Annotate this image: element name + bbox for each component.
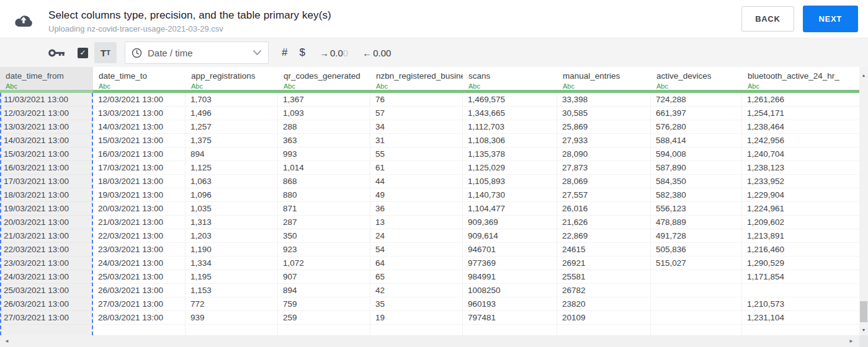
column-header-app_registrations[interactable]: app_registrationsAbc	[186, 67, 278, 93]
column-name: date_time_to	[99, 71, 183, 81]
column-type-badge: Abc	[284, 82, 368, 90]
table-cell: 1,108,306	[463, 134, 557, 147]
table-row: 11/03/2021 13:0012/03/2021 13:001,7031,3…	[0, 93, 860, 107]
table-cell: 42	[370, 284, 463, 297]
table-cell: 23/03/2021 13:00	[93, 243, 186, 257]
table-cell: 576,280	[651, 120, 742, 134]
column-enabled-checkbox[interactable]: ✓	[78, 48, 88, 58]
table-cell: 993	[278, 147, 370, 161]
column-header-date_time_from[interactable]: date_time_fromAbc	[0, 67, 93, 93]
table-cell: 724,288	[651, 93, 742, 107]
currency-format-button[interactable]: $	[299, 46, 305, 59]
table-cell: 34	[370, 120, 463, 134]
next-button[interactable]: NEXT	[803, 6, 858, 32]
table-cell: 478,889	[651, 216, 742, 229]
scroll-left-icon[interactable]: ◄	[2, 335, 11, 347]
table-cell: 977369	[463, 257, 557, 270]
table-cell: 1,313	[186, 216, 278, 229]
column-header-active_devices[interactable]: active_devicesAbc	[651, 67, 742, 93]
column-header-scans[interactable]: scansAbc	[463, 67, 557, 93]
column-type-badge: Abc	[191, 82, 275, 90]
table-cell: 20/03/2021 13:00	[0, 216, 93, 229]
column-header-date_time_to[interactable]: date_time_toAbc	[93, 67, 186, 93]
chevron-down-icon	[253, 50, 262, 56]
table-row: 16/03/2021 13:0017/03/2021 13:001,1251,0…	[0, 161, 860, 175]
vertical-scrollbar[interactable]: ▲ ▼	[859, 67, 868, 335]
column-type-badge: Abc	[376, 82, 460, 90]
table-cell: 505,836	[651, 243, 742, 257]
table-cell: 11/03/2021 13:00	[0, 93, 93, 107]
scroll-right-icon[interactable]: ►	[847, 335, 856, 347]
table-cell: 1,125,029	[463, 161, 557, 175]
table-cell: 1,195	[186, 270, 278, 284]
column-header-manual_entries[interactable]: manual_entriesAbc	[557, 67, 651, 93]
table-row: 20/03/2021 13:0021/03/2021 13:001,313287…	[0, 216, 860, 229]
table-cell: 1,261,266	[742, 93, 860, 107]
table-cell: 960193	[463, 297, 557, 311]
table-row: 17/03/2021 13:0018/03/2021 13:001,063868…	[0, 175, 860, 188]
scroll-up-icon[interactable]: ▲	[859, 71, 868, 79]
column-header-nzbn_registered_busine[interactable]: nzbn_registered_busineAbc	[370, 67, 463, 93]
table-cell: 1,135,378	[463, 147, 557, 161]
table-cell: 1,231,104	[742, 311, 860, 325]
table-cell: 894	[186, 147, 278, 161]
text-type-button[interactable]: Tt	[94, 42, 117, 63]
table-cell: 1,257	[186, 120, 278, 134]
table-cell: 1,203	[186, 229, 278, 243]
decrease-decimal-button[interactable]: ←0.00	[362, 48, 391, 58]
table-cell: 22/03/2021 13:00	[93, 229, 186, 243]
table-cell: 1,093	[278, 107, 370, 120]
column-type-badge: Abc	[468, 82, 555, 90]
table-cell: 1,496	[186, 107, 278, 120]
table-cell	[651, 270, 742, 284]
column-type-badge: Abc	[563, 82, 648, 90]
primary-key-icon[interactable]	[48, 48, 65, 58]
table-row: 15/03/2021 13:0016/03/2021 13:0089499355…	[0, 147, 860, 161]
wizard-header: Select columns type, precision, and the …	[0, 0, 868, 38]
number-format-button[interactable]: #	[282, 46, 287, 59]
column-name: qr_codes_generated	[284, 71, 368, 81]
table-cell: 24/03/2021 13:00	[0, 270, 93, 284]
table-cell: 1,210,573	[742, 297, 860, 311]
table-cell: 1,105,893	[463, 175, 557, 188]
table-cell: 25,869	[557, 120, 651, 134]
table-cell: 22,869	[557, 229, 651, 243]
table-cell: 26/03/2021 13:00	[93, 284, 186, 297]
table-cell	[651, 297, 742, 311]
table-cell: 287	[278, 216, 370, 229]
dropdown-selected-value: Date / time	[148, 48, 193, 58]
table-cell: 909,614	[463, 229, 557, 243]
scroll-down-icon[interactable]: ▼	[859, 325, 868, 334]
horizontal-scrollbar[interactable]: ◄ ►	[0, 335, 859, 347]
csv-upload-wizard: Select columns type, precision, and the …	[0, 0, 868, 347]
table-cell: 23/03/2021 13:00	[0, 257, 93, 270]
table-cell	[742, 284, 860, 297]
right-arrow-icon: →	[320, 48, 329, 58]
table-row: 14/03/2021 13:0015/03/2021 13:001,375363…	[0, 134, 860, 147]
table-cell: 17/03/2021 13:00	[0, 175, 93, 188]
table-cell: 556,123	[651, 202, 742, 216]
table-cell: 1,213,891	[742, 229, 860, 243]
table-cell: 25581	[557, 270, 651, 284]
column-format-toolbar: ✓ Tt Date / time # $ →0.00 ←0.0	[0, 38, 868, 67]
table-cell: 1,014	[278, 161, 370, 175]
table-cell: 1,290,529	[742, 257, 860, 270]
table-cell: 16/03/2021 13:00	[93, 147, 186, 161]
vertical-scrollbar-thumb[interactable]	[860, 301, 867, 322]
table-cell: 24615	[557, 243, 651, 257]
table-cell: 12/03/2021 13:00	[93, 93, 186, 107]
table-cell: 1,375	[186, 134, 278, 147]
table-cell: 1,153	[186, 284, 278, 297]
column-header-bluetooth_active_24_hr_[interactable]: bluetooth_active_24_hr_Abc	[742, 67, 860, 93]
table-cell: 64	[370, 257, 463, 270]
table-header-row: date_time_fromAbcdate_time_toAbcapp_regi…	[0, 67, 860, 93]
table-cell: 44	[370, 175, 463, 188]
back-button[interactable]: BACK	[741, 6, 794, 32]
table-cell: 880	[278, 188, 370, 202]
column-header-qr_codes_generated[interactable]: qr_codes_generatedAbc	[278, 67, 370, 93]
increase-decimal-button[interactable]: →0.00	[320, 48, 348, 58]
table-cell: 582,380	[651, 188, 742, 202]
table-row: 22/03/2021 13:0023/03/2021 13:001,190923…	[0, 243, 860, 257]
table-cell: 1,216,460	[742, 243, 860, 257]
column-type-dropdown[interactable]: Date / time	[125, 42, 269, 64]
